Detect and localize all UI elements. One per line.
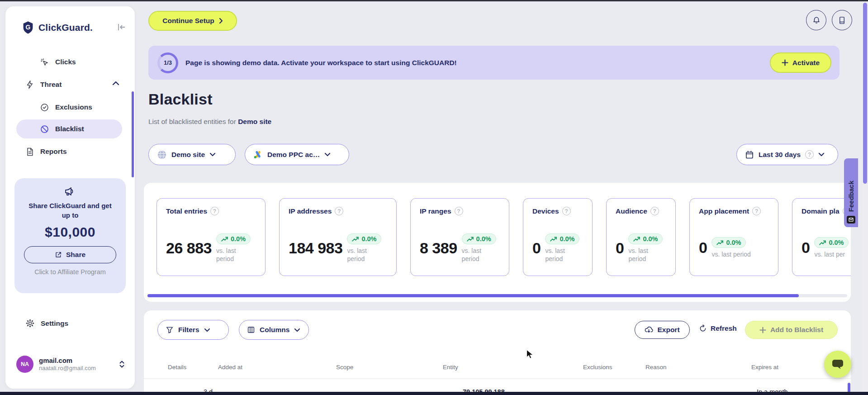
refresh-button[interactable]: Refresh xyxy=(699,324,737,333)
refresh-label: Refresh xyxy=(711,324,737,333)
sidebar-item-reports[interactable]: Reports xyxy=(25,145,67,158)
stat-value: 0 xyxy=(532,239,541,257)
share-amount: $10,000 xyxy=(14,224,126,240)
account-switcher[interactable]: NA gmail.com naatali.ro@gmail.com xyxy=(16,356,125,373)
badge-check-icon xyxy=(40,103,49,112)
share-caption: Click to Affiliate Program xyxy=(14,268,126,276)
delta-value: 0.0% xyxy=(231,235,246,243)
setup-progress-value: 1/3 xyxy=(160,55,176,71)
google-ads-icon xyxy=(253,150,263,159)
date-range-value: Last 30 days xyxy=(759,151,801,159)
blacklist-table-panel: Filters Columns Export Refresh Add to Bl… xyxy=(144,310,851,395)
account-name: gmail.com xyxy=(39,357,96,365)
sidebar: G ClickGuard. Clicks Threat Exclusions B… xyxy=(5,6,135,389)
help-icon[interactable]: ? xyxy=(562,207,571,215)
delta-value: 0.0% xyxy=(726,239,741,246)
chevron-down-icon xyxy=(324,152,331,157)
stat-label: Audience xyxy=(616,207,647,215)
sidebar-collapse-icon[interactable] xyxy=(117,23,127,32)
share-button[interactable]: Share xyxy=(24,246,116,263)
stat-card-domain-placement: Domain pla? 0 0.0% vs. last per xyxy=(792,198,851,276)
page-vscrollbar-thumb[interactable] xyxy=(863,3,867,184)
column-header-entity[interactable]: Entity xyxy=(443,364,458,371)
stat-card-audience: Audience? 0 0.0% vs. last period xyxy=(606,198,676,276)
column-header-exclusions[interactable]: Exclusions xyxy=(583,364,612,371)
column-header-details[interactable]: Details xyxy=(168,364,186,371)
delta-badge: 0.0% xyxy=(462,233,496,244)
stats-hscrollbar-thumb[interactable] xyxy=(147,294,799,297)
help-icon[interactable]: ? xyxy=(752,207,761,215)
activate-label: Activate xyxy=(792,59,820,67)
sidebar-item-exclusions[interactable]: Exclusions xyxy=(40,100,92,114)
account-email: naatali.ro@gmail.com xyxy=(39,365,96,372)
select-chevrons-icon xyxy=(119,360,125,368)
add-to-blacklist-button[interactable]: Add to Blacklist xyxy=(745,321,838,339)
help-icon[interactable]: ? xyxy=(455,207,463,215)
date-range-selector[interactable]: Last 30 days ? xyxy=(736,144,838,165)
export-button[interactable]: Export xyxy=(635,321,690,339)
sidebar-item-threat[interactable]: Threat xyxy=(25,78,62,91)
column-header-reason[interactable]: Reason xyxy=(645,364,667,371)
stat-value: 0 xyxy=(802,239,810,257)
stat-card-total-entries: Total entries? 26 883 0.0% vs. last peri… xyxy=(157,198,266,276)
stat-label: IP addresses xyxy=(289,207,332,215)
chevron-right-icon xyxy=(219,18,223,24)
share-button-label: Share xyxy=(66,251,85,259)
stat-card-devices: Devices? 0 0.0% vs. last period xyxy=(523,198,593,276)
help-icon[interactable]: ? xyxy=(335,207,343,215)
stat-card-app-placement: App placement? 0 0.0% vs. last period xyxy=(689,198,778,276)
help-icon[interactable]: ? xyxy=(210,207,219,215)
avatar: NA xyxy=(16,356,33,373)
column-header-scope[interactable]: Scope xyxy=(336,364,353,371)
stat-value: 0 xyxy=(699,239,707,257)
chat-widget-button[interactable] xyxy=(824,351,851,378)
delta-value: 0.0% xyxy=(643,235,658,243)
sidebar-item-settings[interactable]: Settings xyxy=(25,319,68,328)
plus-icon xyxy=(782,59,788,66)
page-subtitle-site: Demo site xyxy=(238,118,271,125)
ppc-account-selector[interactable]: Demo PPC ac… xyxy=(245,144,349,165)
stat-label: App placement xyxy=(699,207,749,215)
site-selector[interactable]: Demo site xyxy=(148,144,236,165)
stat-caption: vs. last period xyxy=(711,250,750,258)
svg-text:G: G xyxy=(26,24,31,31)
docs-button[interactable] xyxy=(832,10,852,30)
megaphone-icon xyxy=(14,186,126,197)
sidebar-scrollbar[interactable] xyxy=(132,91,134,177)
delta-badge: 0.0% xyxy=(216,233,251,244)
book-icon xyxy=(838,16,846,25)
chevron-down-icon xyxy=(209,152,216,157)
filters-label: Filters xyxy=(178,326,199,334)
chevron-up-icon[interactable] xyxy=(112,81,119,86)
column-header-expires-at[interactable]: Expires at xyxy=(751,364,778,371)
column-header-added-at[interactable]: Added at xyxy=(218,364,242,371)
continue-setup-button[interactable]: Continue Setup xyxy=(148,11,237,31)
stat-value: 0 xyxy=(616,239,624,257)
help-icon[interactable]: ? xyxy=(650,207,659,215)
filters-button[interactable]: Filters xyxy=(157,320,229,340)
page-subtitle-text: List of blacklisted entities for xyxy=(148,118,238,125)
sidebar-item-blacklist[interactable]: Blacklist xyxy=(40,122,84,136)
sidebar-item-label: Exclusions xyxy=(55,103,92,111)
stat-label: Total entries xyxy=(166,207,207,215)
calendar-icon xyxy=(745,150,754,159)
demo-data-banner: 1/3 Page is showing demo data. Activate … xyxy=(148,46,840,80)
bell-icon xyxy=(812,16,821,25)
refresh-icon xyxy=(699,324,707,333)
notifications-button[interactable] xyxy=(806,10,826,30)
external-link-icon xyxy=(55,251,62,258)
feedback-tab[interactable]: Feedback xyxy=(844,158,858,227)
sidebar-item-clicks[interactable]: Clicks xyxy=(40,55,76,69)
delta-badge: 0.0% xyxy=(814,237,849,248)
lightning-icon xyxy=(25,80,34,90)
bottom-dark-strip xyxy=(0,392,868,395)
page-subtitle: List of blacklisted entities for Demo si… xyxy=(148,118,271,126)
activate-button[interactable]: Activate xyxy=(770,52,831,73)
affiliate-share-card[interactable]: Share ClickGuard and get up to $10,000 S… xyxy=(14,178,126,293)
brand-name: ClickGuard. xyxy=(38,22,93,33)
stat-card-ip-addresses: IP addresses? 184 983 0.0% vs. last peri… xyxy=(279,198,397,276)
stat-card-ip-ranges: IP ranges? 8 389 0.0% vs. last period xyxy=(410,198,509,276)
columns-button[interactable]: Columns xyxy=(239,320,309,340)
delta-badge: 0.0% xyxy=(545,233,579,244)
stat-label: IP ranges xyxy=(420,207,451,215)
